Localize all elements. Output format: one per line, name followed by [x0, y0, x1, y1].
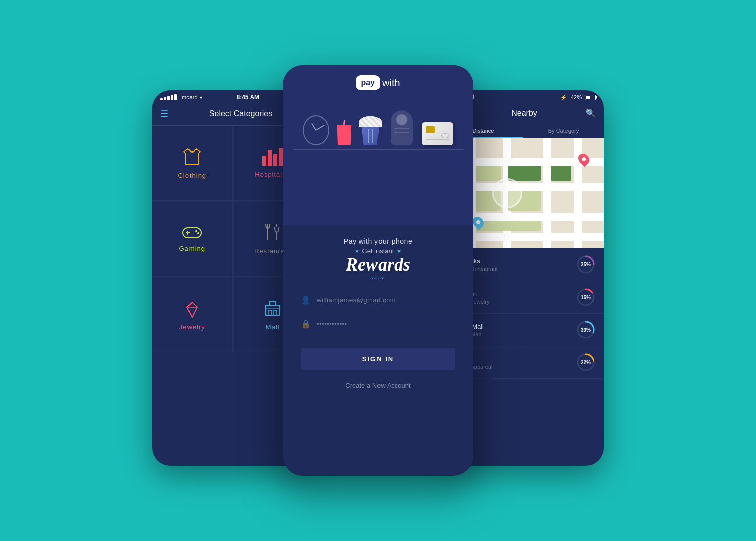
- phones-wrapper: mcard ▾ 8:45 AM ☰ Select Categories Clot…: [152, 55, 604, 486]
- svg-point-3: [195, 230, 197, 232]
- svg-marker-10: [187, 302, 197, 307]
- left-time: 8:45 AM: [236, 94, 259, 101]
- paywith-logo: pay with: [356, 75, 400, 90]
- avorigen-progress: 15%: [576, 287, 596, 307]
- rewards-text: Rewards: [344, 255, 412, 275]
- create-account-link[interactable]: Create a New Account: [345, 382, 410, 389]
- login-hero: pay with: [283, 65, 473, 225]
- battery-pct-label: 42%: [571, 94, 582, 100]
- popcorn-illustration: [359, 116, 382, 145]
- svg-rect-14: [274, 310, 277, 315]
- svg-rect-13: [269, 310, 272, 315]
- popcorn-top: [359, 116, 382, 127]
- lock-icon: 🔒: [301, 319, 311, 329]
- logo-box-text: pay: [361, 78, 375, 87]
- nearby-title: Nearby: [463, 109, 586, 118]
- clothing-label: Clothing: [178, 172, 206, 179]
- login-body: Pay with your phone ★ Get instant ★ Rewa…: [283, 225, 473, 401]
- starbucks-pct: 25%: [581, 262, 591, 267]
- person-illustration: [389, 105, 415, 145]
- create-account-label: Create a New Account: [345, 382, 410, 389]
- svg-point-4: [197, 232, 199, 234]
- jewelry-label: Jewelry: [179, 323, 205, 331]
- tagline: Pay with your phone ★ Get instant ★ Rewa…: [344, 237, 412, 282]
- fraser-pct: 30%: [581, 327, 591, 333]
- card-stripe: [426, 139, 449, 140]
- star-left-icon: ★: [355, 248, 359, 254]
- card-illustration: [422, 122, 453, 145]
- card-chip: [426, 126, 435, 133]
- user-icon: 👤: [301, 295, 311, 305]
- clock-minute-hand: [316, 125, 325, 131]
- map-circle: [492, 178, 522, 208]
- clothing-icon: [181, 147, 203, 167]
- drink-illustration: [336, 120, 352, 145]
- drink-body: [336, 125, 352, 145]
- logo-box: pay: [356, 75, 380, 90]
- email-input-group: 👤: [301, 290, 455, 310]
- svg-rect-11: [266, 305, 280, 315]
- hero-illustrations: [293, 105, 463, 150]
- person-head: [396, 114, 407, 125]
- signal-area: mcard ▾: [160, 94, 202, 100]
- carrier-label: mcard: [182, 94, 198, 100]
- restaurant-icon: [264, 222, 282, 242]
- center-phone: pay with: [283, 65, 473, 476]
- category-jewelry[interactable]: Jewelry: [152, 277, 233, 352]
- signin-label: SIGN IN: [362, 355, 394, 363]
- logo-suffix: with: [382, 77, 400, 89]
- right-icons: ⚡ 42%: [560, 94, 596, 101]
- signin-button[interactable]: SIGN IN: [301, 348, 455, 370]
- adidas-pct: 22%: [581, 360, 591, 365]
- fraser-progress: 30%: [576, 320, 596, 340]
- tagline-line2: ★ Get instant ★: [344, 247, 412, 255]
- hospitality-icon: [262, 148, 283, 166]
- tagline-line1: Pay with your phone: [344, 237, 412, 245]
- jewelry-icon: [181, 298, 203, 318]
- svg-rect-12: [270, 301, 276, 305]
- gaming-icon: [181, 225, 203, 240]
- tab-by-category[interactable]: By Category: [523, 124, 604, 138]
- gaming-label: Gaming: [179, 245, 205, 252]
- popcorn-cup: [361, 127, 380, 145]
- clock-illustration: [303, 115, 329, 145]
- svg-marker-9: [187, 302, 197, 317]
- starbucks-progress: 25%: [576, 254, 596, 275]
- password-input-group: 🔒: [301, 314, 455, 334]
- wavy-decoration: 〰〰: [344, 275, 412, 282]
- email-input[interactable]: [317, 296, 455, 304]
- search-icon[interactable]: 🔍: [586, 108, 596, 118]
- hamburger-icon[interactable]: ☰: [160, 108, 168, 119]
- adidas-progress: 22%: [576, 352, 596, 372]
- category-clothing[interactable]: Clothing: [152, 126, 233, 201]
- person-body: [391, 110, 413, 145]
- star-right-icon: ★: [397, 248, 401, 254]
- mall-icon: [263, 298, 283, 318]
- password-input[interactable]: [317, 320, 455, 328]
- bluetooth-icon: ⚡: [560, 94, 568, 101]
- category-gaming[interactable]: Gaming: [152, 201, 233, 277]
- right-battery-icon: [585, 95, 596, 100]
- mall-label: Mall: [266, 323, 280, 331]
- wifi-icon: ▾: [200, 95, 202, 100]
- avorigen-pct: 15%: [581, 295, 591, 300]
